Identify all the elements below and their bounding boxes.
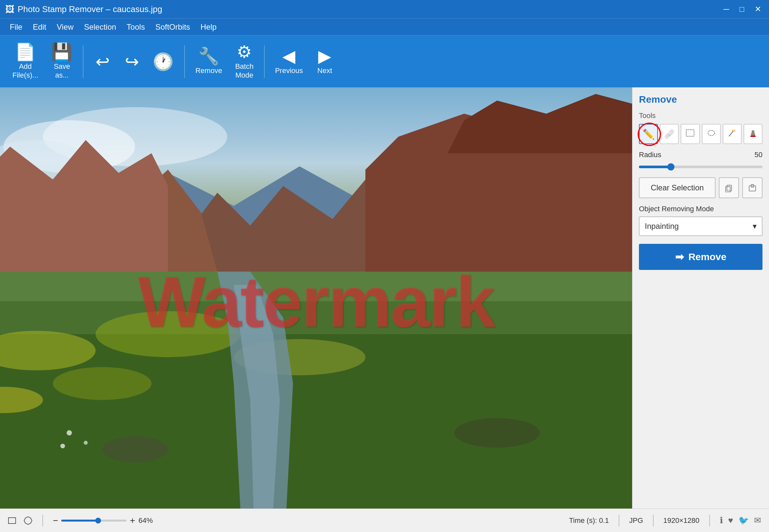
previous-button[interactable]: ◀ Previous <box>269 44 309 78</box>
heart-icon[interactable]: ♥ <box>728 515 733 525</box>
rect-select-tool-button[interactable] <box>681 124 700 144</box>
copy-icon <box>724 183 733 192</box>
svg-line-30 <box>734 130 735 130</box>
remove-arrow-icon: ➡ <box>675 251 684 263</box>
remove-action-button[interactable]: ➡ Remove <box>639 244 762 270</box>
batch-mode-icon: ⚙ <box>237 43 252 60</box>
brush-icon: ✏️ <box>643 128 655 140</box>
tools-label: Tools <box>639 111 762 120</box>
panel-title: Remove <box>639 94 762 105</box>
clear-selection-button[interactable]: Clear Selection <box>639 177 716 198</box>
svg-point-21 <box>454 418 540 448</box>
select-rect-icon <box>8 516 17 525</box>
svg-point-26 <box>708 130 715 136</box>
email-icon[interactable]: ✉ <box>754 515 761 525</box>
status-icons: ℹ ♥ 🐦 ✉ <box>720 515 761 525</box>
canvas-area[interactable]: Watermark <box>0 87 632 509</box>
title-bar: 🖼 Photo Stamp Remover – caucasus.jpg ─ □… <box>0 0 769 18</box>
history-icon: 🕐 <box>153 53 174 70</box>
paste-from-clipboard-button[interactable] <box>742 177 762 198</box>
close-button[interactable]: ✕ <box>752 3 764 15</box>
svg-point-23 <box>84 441 88 445</box>
radius-label: Radius <box>639 151 751 159</box>
info-icon[interactable]: ℹ <box>720 515 723 525</box>
zoom-plus-button[interactable]: + <box>130 515 135 526</box>
time-display: Time (s): 0.1 <box>569 516 609 525</box>
magic-wand-tool-button[interactable] <box>723 124 742 144</box>
status-sep-3 <box>653 515 654 526</box>
svg-point-14 <box>96 311 240 357</box>
menu-tools[interactable]: Tools <box>122 21 149 34</box>
toolbar-separator-2 <box>184 45 185 78</box>
menu-edit[interactable]: Edit <box>28 21 51 34</box>
toolbar-separator-1 <box>83 45 83 78</box>
svg-point-22 <box>67 430 72 436</box>
main-layout: Watermark Remove Tools ✏️ 🩹 <box>0 87 769 509</box>
undo-button[interactable]: ↩ <box>88 50 117 73</box>
add-files-icon: 📄 <box>15 43 36 60</box>
menu-bar: File Edit View Selection Tools SoftOrbit… <box>0 18 769 35</box>
status-bar: − + 64% Time (s): 0.1 JPG 1920×1280 ℹ ♥ … <box>0 509 769 532</box>
svg-rect-33 <box>750 136 756 137</box>
history-button[interactable]: 🕐 <box>147 50 180 73</box>
radius-slider-fill <box>639 166 670 168</box>
zoom-minus-button[interactable]: − <box>53 515 58 526</box>
twitter-icon[interactable]: 🐦 <box>738 515 749 525</box>
select-free-tool[interactable] <box>23 516 33 525</box>
batch-mode-button[interactable]: ⚙ BatchMode <box>229 40 259 83</box>
svg-line-27 <box>729 131 733 136</box>
svg-point-24 <box>60 444 65 448</box>
batch-mode-label: BatchMode <box>235 62 253 80</box>
radius-value: 50 <box>755 151 762 159</box>
radius-slider-container[interactable] <box>639 166 762 168</box>
lasso-icon <box>707 128 716 140</box>
copy-to-clipboard-button[interactable] <box>719 177 739 198</box>
menu-help[interactable]: Help <box>196 21 221 34</box>
remove-button[interactable]: 🔧 Remove <box>189 44 228 78</box>
redo-button[interactable]: ↪ <box>117 50 147 73</box>
svg-rect-32 <box>752 130 754 134</box>
menu-selection[interactable]: Selection <box>80 21 121 34</box>
svg-marker-7 <box>448 94 632 153</box>
status-sep-4 <box>709 515 710 526</box>
save-as-button[interactable]: 💾 Saveas... <box>45 40 78 83</box>
save-as-icon: 💾 <box>51 43 72 60</box>
lasso-tool-button[interactable] <box>702 124 721 144</box>
inpainting-dropdown[interactable]: Inpainting ▾ <box>639 216 762 236</box>
zoom-level: 64% <box>139 516 153 525</box>
eraser-tool-button[interactable]: 🩹 <box>660 124 679 144</box>
right-panel: Remove Tools ✏️ 🩹 <box>632 87 769 509</box>
next-button[interactable]: ▶ Next <box>310 44 339 78</box>
zoom-thumb[interactable] <box>95 518 101 524</box>
zoom-slider[interactable]: − + 64% <box>53 515 153 526</box>
rect-icon <box>686 128 695 140</box>
svg-rect-25 <box>686 130 694 136</box>
canvas-image: Watermark <box>0 87 632 509</box>
select-free-icon <box>23 516 33 525</box>
maximize-button[interactable]: □ <box>737 3 747 15</box>
select-rect-tool[interactable] <box>8 516 17 525</box>
menu-softorbits[interactable]: SoftOrbits <box>151 21 195 34</box>
image-dimensions: 1920×1280 <box>663 516 700 525</box>
clear-selection-row: Clear Selection <box>639 177 762 198</box>
previous-label: Previous <box>275 67 303 75</box>
radius-slider-thumb[interactable] <box>667 163 674 170</box>
status-sep-2 <box>619 515 619 526</box>
brush-tool-button[interactable]: ✏️ <box>639 124 658 144</box>
title-bar-text: Photo Stamp Remover – caucasus.jpg <box>18 4 721 14</box>
svg-rect-34 <box>727 185 732 191</box>
remove-action-label: Remove <box>688 251 727 262</box>
chevron-down-icon: ▾ <box>753 222 757 231</box>
add-files-label: AddFile(s)... <box>12 62 38 80</box>
menu-view[interactable]: View <box>52 21 78 34</box>
menu-file[interactable]: File <box>5 21 27 34</box>
add-files-button[interactable]: 📄 AddFile(s)... <box>7 40 44 83</box>
zoom-track <box>61 520 126 522</box>
object-removing-mode-label: Object Removing Mode <box>639 205 762 213</box>
minimize-button[interactable]: ─ <box>721 3 732 15</box>
svg-marker-39 <box>24 517 32 525</box>
stamp-icon <box>748 128 758 140</box>
stamp-tool-button[interactable] <box>744 124 762 144</box>
previous-icon: ◀ <box>282 48 295 65</box>
toolbar-separator-3 <box>264 45 265 78</box>
